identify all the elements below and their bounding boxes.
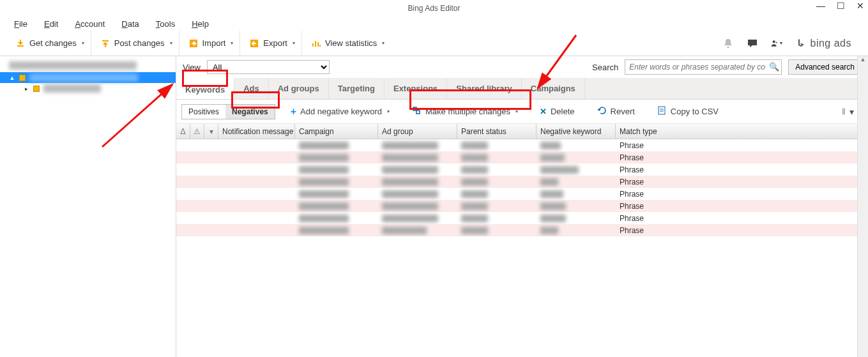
menu-edit[interactable]: Edit [44, 19, 58, 29]
header-dropdown[interactable]: ▾ [204, 124, 218, 139]
upload-icon [100, 38, 110, 49]
chat-icon[interactable] [747, 38, 758, 49]
menu-account[interactable]: Account [75, 19, 105, 29]
table-header: Δ ⚠ ▾ Notification message Campaign Ad g… [176, 124, 868, 139]
get-changes-button[interactable]: Get changes ▾ [9, 31, 91, 56]
cell-icons [176, 163, 218, 176]
cell-campaign [295, 212, 378, 224]
menu-help[interactable]: Help [192, 19, 209, 29]
export-button[interactable]: Export ▾ [243, 31, 302, 56]
caret-icon: ▾ [170, 40, 172, 46]
menu-data[interactable]: Data [121, 19, 139, 29]
cell-parent-status [457, 188, 537, 200]
delete-button[interactable]: ✕ Delete [533, 103, 581, 121]
export-icon [249, 38, 259, 49]
multi-edit-icon [411, 105, 422, 118]
x-icon: ✕ [540, 107, 547, 116]
cell-adgroup [378, 224, 457, 236]
import-button[interactable]: Import ▾ [182, 31, 241, 56]
header-match-type[interactable]: Match type [616, 124, 865, 139]
user-icon[interactable]: ▾ [771, 38, 782, 49]
cell-icons [176, 224, 218, 236]
header-negative-keyword[interactable]: Negative keyword [537, 124, 616, 139]
menu-bar: File Edit Account Data Tools Help [0, 17, 868, 31]
download-icon [15, 38, 26, 49]
negatives-button[interactable]: Negatives [225, 105, 275, 119]
cell-adgroup [378, 188, 457, 200]
search-icon[interactable]: 🔍 [769, 62, 779, 72]
sidebar-item[interactable]: ▲ [0, 72, 176, 83]
menu-file[interactable]: File [14, 19, 27, 29]
cell-negative-keyword [537, 212, 616, 224]
table-row[interactable]: Phrase [176, 188, 868, 200]
view-row: View All Search 🔍 Advanced search [176, 56, 868, 78]
cell-notification [218, 212, 295, 224]
minimize-button[interactable]: — [816, 1, 825, 10]
sidebar-item-label-redacted [43, 84, 101, 93]
table-row[interactable]: Phrase [176, 176, 868, 188]
copy-to-csv-button[interactable]: Copy to CSV [650, 103, 725, 121]
svg-rect-4 [659, 107, 665, 114]
cell-parent-status [457, 200, 537, 212]
cell-icons [176, 139, 218, 151]
undo-icon [597, 105, 607, 118]
tab-ads[interactable]: Ads [234, 78, 269, 99]
header-alert[interactable]: ⚠ [190, 124, 204, 139]
header-notification[interactable]: Notification message [218, 124, 295, 139]
header-adgroup[interactable]: Ad group [378, 124, 457, 139]
table-row[interactable]: Phrase [176, 139, 868, 151]
cell-icons [176, 200, 218, 212]
view-select[interactable]: All [207, 60, 330, 74]
tab-shared-library[interactable]: Shared library [447, 78, 521, 99]
make-multiple-changes-button[interactable]: Make multiple changes ▾ [405, 103, 524, 121]
header-parent-status[interactable]: Parent status [457, 124, 537, 139]
cell-campaign [295, 200, 378, 212]
tab-extensions[interactable]: Extensions [385, 78, 447, 99]
tab-targeting[interactable]: Targeting [329, 78, 385, 99]
menu-tools[interactable]: Tools [156, 19, 175, 29]
sub-toolbar: Positives Negatives + Add negative keywo… [176, 100, 868, 124]
cell-campaign [295, 151, 378, 163]
cell-icons [176, 151, 218, 163]
cell-notification [218, 176, 295, 188]
status-icon [19, 75, 26, 81]
tab-campaigns[interactable]: Campaigns [522, 78, 585, 99]
entity-tabs: KeywordsAdsAd groupsTargetingExtensionsS… [176, 78, 868, 100]
cell-campaign [295, 139, 378, 151]
caret-icon: ▾ [849, 107, 854, 117]
table-row[interactable]: Phrase [176, 224, 868, 236]
import-label: Import [202, 38, 226, 48]
maximize-button[interactable]: ☐ [837, 1, 845, 10]
post-changes-button[interactable]: Post changes ▾ [94, 31, 179, 56]
sidebar-item[interactable]: ▸ [0, 83, 176, 94]
caret-icon: ▾ [515, 109, 518, 114]
cell-campaign [295, 163, 378, 176]
cell-adgroup [378, 139, 457, 151]
table-row[interactable]: Phrase [176, 200, 868, 212]
chart-icon [311, 38, 321, 49]
table-row[interactable]: Phrase [176, 163, 868, 176]
vertical-scrollbar[interactable]: ▲ [857, 56, 868, 357]
cell-match-type: Phrase [616, 200, 865, 212]
cell-negative-keyword [537, 188, 616, 200]
header-campaign[interactable]: Campaign [295, 124, 378, 139]
bell-icon[interactable] [722, 38, 734, 49]
view-statistics-button[interactable]: View statistics ▾ [305, 31, 391, 56]
table-row[interactable]: Phrase [176, 212, 868, 224]
search-input[interactable] [625, 59, 782, 75]
cell-notification [218, 224, 295, 236]
cell-match-type: Phrase [616, 188, 865, 200]
tab-ad-groups[interactable]: Ad groups [269, 78, 329, 99]
tab-keywords[interactable]: Keywords [176, 78, 234, 99]
cell-parent-status [457, 212, 537, 224]
advanced-search-button[interactable]: Advanced search [788, 59, 862, 75]
positives-button[interactable]: Positives [182, 105, 225, 119]
table-row[interactable]: Phrase [176, 151, 868, 163]
header-delta[interactable]: Δ [176, 124, 190, 139]
caret-icon: ▾ [382, 40, 385, 46]
sidebar-account[interactable] [9, 61, 171, 70]
topright-icons: ▾ bing ads [722, 38, 860, 49]
revert-button[interactable]: Revert [590, 103, 641, 121]
close-button[interactable]: ✕ [857, 1, 864, 10]
add-negative-keyword-button[interactable]: + Add negative keyword ▾ [284, 103, 396, 121]
